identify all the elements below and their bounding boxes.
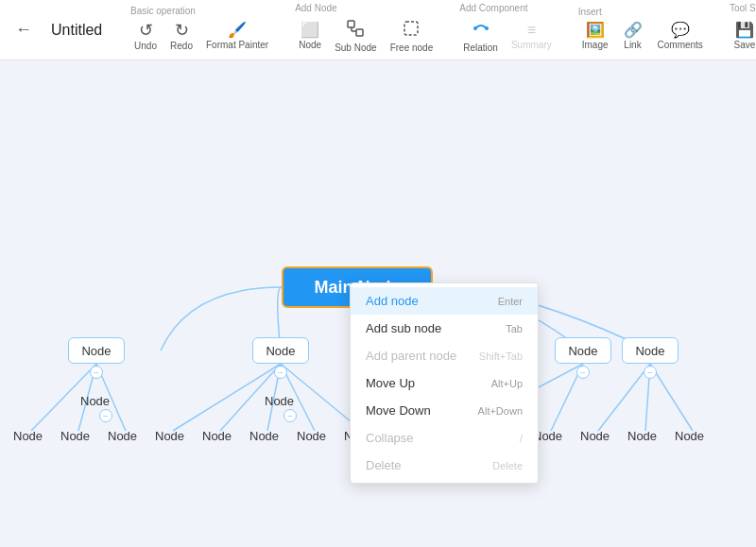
leaf-node-6: Node (249, 429, 279, 443)
node-right-2[interactable]: Node (622, 337, 679, 364)
insert-items: 🖼️ Image 🔗 Link 💬 Comments (576, 19, 709, 54)
node-left-center-label: Node (266, 344, 295, 358)
ctx-item-move-up[interactable]: Move UpAlt+Up (351, 369, 538, 397)
free-node-button[interactable]: Free node (385, 15, 439, 57)
group-tool-settings: Tool Settings 💾 Save Collapse (722, 3, 756, 57)
node-right-1-label: Node (568, 344, 597, 358)
ctx-item-shortcut: Enter (498, 296, 523, 307)
leaf-node-13: Node (675, 429, 704, 443)
group-add-component: Add Component Relation ≡ Summary (452, 3, 563, 57)
collapse-right-1[interactable]: − (576, 366, 590, 379)
undo-label: Undo (134, 41, 157, 51)
format-painter-icon: 🖌️ (228, 23, 247, 38)
node-label: Node (299, 40, 321, 50)
svg-point-6 (485, 26, 489, 30)
link-label: Link (624, 40, 641, 50)
back-button[interactable]: ← (8, 20, 40, 40)
undo-icon: ↺ (139, 22, 153, 39)
group-label-add-node: Add Node (293, 3, 336, 13)
ctx-item-label: Add parent node (366, 349, 456, 363)
ctx-item-label: Add sub node (366, 321, 441, 335)
format-painter-label: Format Painter (206, 40, 268, 50)
ctx-item-label: Move Up (366, 376, 415, 390)
svg-rect-4 (404, 22, 418, 35)
ctx-item-add-parent-node: Add parent nodeShift+Tab (351, 342, 538, 369)
sub-node-icon (346, 19, 365, 41)
ctx-item-shortcut: Alt+Down (478, 405, 523, 417)
node-icon: ⬜ (301, 23, 319, 38)
leaf-node-4: Node (155, 429, 184, 443)
ctx-item-move-down[interactable]: Move DownAlt+Down (351, 397, 538, 424)
node-left-outer-label: Node (81, 344, 111, 358)
context-menu: Add nodeEnterAdd sub nodeTabAdd parent n… (350, 282, 539, 484)
group-insert: Insert 🖼️ Image 🔗 Link 💬 Comments (571, 7, 714, 54)
free-node-label: Free node (390, 43, 434, 53)
save-label: Save (733, 40, 755, 50)
basic-operation-items: ↺ Undo ↻ Redo 🖌️ Format Painter (129, 18, 274, 55)
comments-label: Comments (658, 40, 703, 50)
summary-label: Summary (511, 40, 552, 50)
back-icon: ← (15, 20, 32, 40)
toolbar: ← Untitled Basic operation ↺ Undo ↻ Redo… (0, 0, 756, 60)
save-icon: 💾 (735, 23, 754, 38)
leaf-node-3: Node (108, 429, 137, 443)
add-component-items: Relation ≡ Summary (457, 15, 558, 57)
undo-button[interactable]: ↺ Undo (129, 18, 163, 55)
group-label-tool-settings: Tool Settings (728, 3, 756, 13)
add-node-items: ⬜ Node Sub Node Free node (293, 15, 438, 57)
svg-rect-0 (348, 21, 354, 27)
format-painter-button[interactable]: 🖌️ Format Painter (200, 19, 274, 54)
leaf-node-7: Node (297, 429, 326, 443)
collapse-left-center[interactable]: − (274, 366, 287, 379)
ctx-item-add-sub-node[interactable]: Add sub nodeTab (351, 315, 538, 342)
node-right-1[interactable]: Node (555, 337, 611, 364)
redo-label: Redo (170, 41, 193, 51)
relation-icon (472, 19, 490, 41)
collapse-left-outer[interactable]: − (90, 366, 103, 379)
image-label: Image (582, 40, 609, 50)
collapse-right-2[interactable]: − (644, 366, 657, 379)
comments-button[interactable]: 💬 Comments (652, 19, 709, 54)
link-button[interactable]: 🔗 Link (616, 19, 650, 54)
ctx-item-delete: DeleteDelete (351, 452, 538, 479)
node-mid-label: Node (80, 394, 110, 408)
ctx-item-shortcut: Shift+Tab (479, 350, 523, 362)
free-node-icon (402, 19, 421, 41)
ctx-item-shortcut: Alt+Up (491, 378, 523, 389)
collapse-mid-2[interactable]: − (284, 409, 297, 422)
node-left-outer[interactable]: Node (68, 337, 125, 364)
leaf-node-1: Node (13, 429, 43, 443)
leaf-node-12: Node (627, 429, 657, 443)
ctx-item-add-node[interactable]: Add nodeEnter (351, 287, 538, 315)
ctx-item-label: Move Down (366, 403, 431, 418)
group-basic-operation: Basic operation ↺ Undo ↻ Redo 🖌️ Format … (123, 6, 280, 55)
svg-line-22 (598, 364, 650, 431)
redo-button[interactable]: ↻ Redo (164, 18, 198, 55)
redo-icon: ↻ (175, 22, 189, 39)
group-add-node: Add Node ⬜ Node Sub Node Free node (287, 3, 444, 57)
relation-label: Relation (463, 43, 498, 53)
tool-settings-items: 💾 Save Collapse (728, 15, 756, 57)
group-label-insert: Insert (576, 7, 602, 17)
leaf-node-11: Node (580, 429, 610, 443)
summary-icon: ≡ (527, 23, 536, 38)
collapse-mid-1[interactable]: − (99, 409, 112, 422)
ctx-item-label: Delete (366, 458, 402, 472)
svg-point-5 (473, 26, 477, 30)
canvas: Main Node Node − Node − Node − Node − No… (0, 60, 756, 547)
sub-node-label: Sub Node (335, 43, 376, 53)
sub-node-button[interactable]: Sub Node (329, 15, 382, 57)
summary-button[interactable]: ≡ Summary (506, 19, 558, 54)
node-left-center[interactable]: Node (252, 337, 309, 364)
comments-icon: 💬 (671, 23, 690, 38)
relation-button[interactable]: Relation (457, 15, 504, 57)
image-button[interactable]: 🖼️ Image (576, 19, 614, 54)
group-label-basic: Basic operation (129, 6, 196, 16)
node-button[interactable]: ⬜ Node (293, 19, 327, 54)
document-title: Untitled (40, 22, 115, 39)
node-right-2-label: Node (635, 344, 664, 358)
svg-rect-1 (356, 29, 363, 36)
ctx-item-shortcut: / (520, 433, 523, 444)
group-label-add-component: Add Component (457, 3, 527, 13)
save-button[interactable]: 💾 Save (728, 19, 756, 54)
